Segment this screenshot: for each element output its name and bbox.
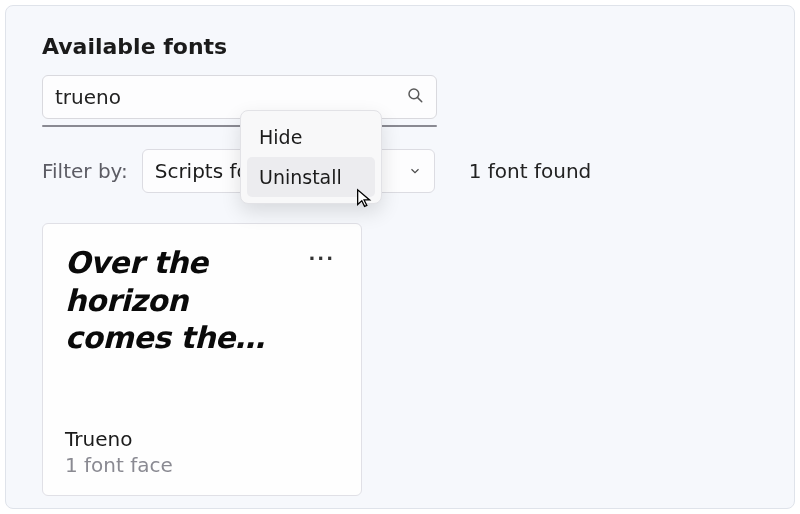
search-input[interactable] bbox=[55, 85, 406, 109]
menu-item-uninstall[interactable]: Uninstall bbox=[247, 157, 375, 197]
menu-item-hide[interactable]: Hide bbox=[247, 117, 375, 157]
result-count: 1 font found bbox=[469, 159, 592, 183]
font-preview-text: Over the horizon comes the… bbox=[65, 244, 296, 357]
font-name: Trueno bbox=[65, 427, 339, 451]
font-face-count: 1 font face bbox=[65, 453, 339, 477]
search-icon bbox=[406, 86, 424, 108]
font-card[interactable]: Over the horizon comes the… ··· Trueno 1… bbox=[42, 223, 362, 496]
filter-row: Filter by: Scripts for 1 font found bbox=[42, 149, 758, 193]
page-title: Available fonts bbox=[42, 34, 758, 59]
more-button[interactable]: ··· bbox=[304, 246, 339, 271]
context-menu: Hide Uninstall bbox=[240, 110, 382, 204]
chevron-down-icon bbox=[408, 159, 422, 183]
svg-line-1 bbox=[418, 98, 422, 102]
fonts-panel: Available fonts Filter by: Scripts for 1… bbox=[5, 5, 795, 509]
filter-label: Filter by: bbox=[42, 159, 128, 183]
